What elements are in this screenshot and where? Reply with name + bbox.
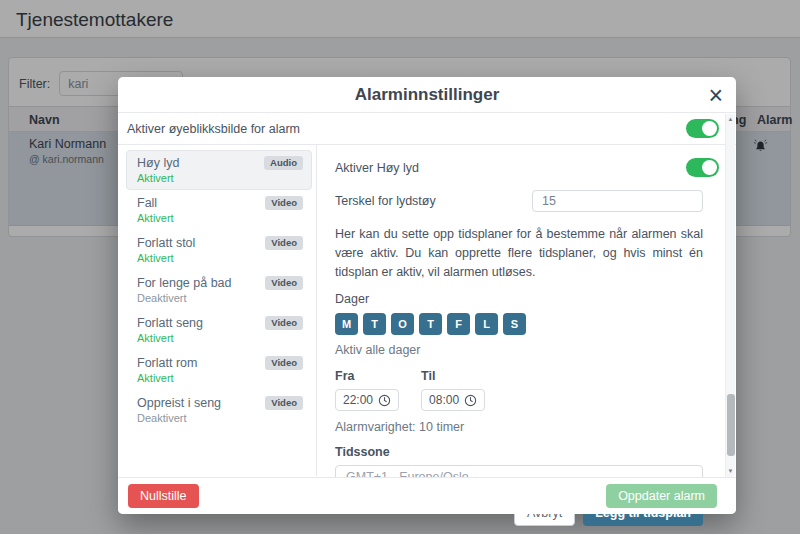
time-range-row: Fra 22:00 Til 08:00 (335, 369, 703, 411)
clock-icon (378, 394, 391, 407)
alarm-list-item-hoy-lyd[interactable]: Høy lydAudio Aktivert (126, 150, 312, 190)
from-label: Fra (335, 369, 399, 383)
day-button-tuesday[interactable]: T (363, 313, 386, 335)
modal-footer: Nullstille Oppdater alarm (118, 477, 736, 514)
alarm-type-badge: Video (265, 316, 303, 330)
alarm-list-item-forlatt-rom[interactable]: Forlatt romVideo Aktivert (126, 350, 312, 390)
alarm-detail-pane: Aktiver Høy lyd Terskel for lydstøy Her … (317, 145, 736, 476)
alarm-status: Aktivert (137, 252, 303, 264)
alarm-type-badge: Video (265, 276, 303, 290)
scrollbar-thumb[interactable] (727, 394, 735, 456)
alarm-list-item-for-lenge-pa-bad[interactable]: For lenge på badVideo Deaktivert (126, 270, 312, 310)
enable-alarm-row: Aktiver Høy lyd (335, 158, 719, 177)
day-button-wednesday[interactable]: O (391, 313, 414, 335)
day-selector: M T O T F L S (335, 313, 703, 335)
reset-button[interactable]: Nullstille (128, 484, 199, 508)
to-time-value: 08:00 (429, 393, 459, 407)
alarm-type-badge: Video (265, 356, 303, 370)
alarm-list-item-forlatt-stol[interactable]: Forlatt stolVideo Aktivert (126, 230, 312, 270)
alarm-type-badge: Video (265, 236, 303, 250)
modal-body: Høy lydAudio Aktivert FallVideo Aktivert… (118, 145, 736, 476)
to-group: Til 08:00 (421, 369, 485, 411)
alarm-name: Fall (137, 196, 157, 210)
scroll-down-icon[interactable]: ▼ (726, 466, 735, 477)
alarm-status: Deaktivert (137, 292, 303, 304)
schedule-help-text: Her kan du sette opp tidsplaner for å be… (335, 225, 703, 281)
to-label: Til (421, 369, 485, 383)
update-alarm-button[interactable]: Oppdater alarm (606, 484, 717, 508)
alarm-status: Deaktivert (137, 412, 303, 424)
alarm-list-item-fall[interactable]: FallVideo Aktivert (126, 190, 312, 230)
modal-title: Alarminnstillinger (355, 85, 500, 105)
alarm-type-badge: Audio (264, 156, 303, 170)
threshold-input[interactable] (532, 190, 703, 212)
timezone-label: Tidssone (335, 445, 703, 459)
days-label: Dager (335, 292, 703, 306)
alarm-settings-modal: Alarminnstillinger × Aktiver øyeblikksbi… (118, 77, 736, 514)
alarm-status: Aktivert (137, 212, 303, 224)
alarm-type-badge: Video (265, 396, 303, 410)
alarm-duration-text: Alarmvarighet: 10 timer (335, 420, 703, 434)
all-days-link[interactable]: Aktiv alle dager (335, 343, 703, 357)
from-time-input[interactable]: 22:00 (335, 389, 399, 411)
enable-alarm-toggle[interactable] (686, 158, 719, 177)
snapshot-toggle-label: Aktiver øyeblikksbilde for alarm (127, 122, 300, 136)
day-button-friday[interactable]: F (447, 313, 470, 335)
close-icon[interactable]: × (708, 78, 723, 112)
alarm-name: Forlatt stol (137, 236, 195, 250)
clock-icon (464, 394, 477, 407)
alarm-list-item-oppreist-i-seng[interactable]: Oppreist i sengVideo Deaktivert (126, 390, 312, 430)
enable-alarm-label: Aktiver Høy lyd (335, 161, 419, 175)
alarm-status: Aktivert (137, 332, 303, 344)
day-button-saturday[interactable]: L (475, 313, 498, 335)
day-button-sunday[interactable]: S (503, 313, 526, 335)
modal-header: Alarminnstillinger × (118, 77, 736, 113)
alarm-name: Forlatt rom (137, 356, 197, 370)
threshold-row: Terskel for lydstøy (335, 190, 703, 212)
day-button-monday[interactable]: M (335, 313, 358, 335)
alarm-name: For lenge på bad (137, 276, 232, 290)
alarm-name: Oppreist i seng (137, 396, 221, 410)
modal-scrollbar[interactable]: ▲ ▼ (725, 114, 735, 477)
day-button-thursday[interactable]: T (419, 313, 442, 335)
snapshot-toggle-row: Aktiver øyeblikksbilde for alarm (118, 113, 736, 145)
screen: Tjenestemottakere Filter: Navn ng Alarm … (0, 0, 800, 534)
to-time-input[interactable]: 08:00 (421, 389, 485, 411)
from-time-value: 22:00 (343, 393, 373, 407)
threshold-label: Terskel for lydstøy (335, 194, 436, 208)
alarm-type-badge: Video (265, 196, 303, 210)
scroll-up-icon[interactable]: ▲ (726, 114, 735, 125)
alarm-status: Aktivert (137, 172, 303, 184)
alarm-list: Høy lydAudio Aktivert FallVideo Aktivert… (118, 145, 317, 476)
alarm-list-item-forlatt-seng[interactable]: Forlatt sengVideo Aktivert (126, 310, 312, 350)
snapshot-toggle[interactable] (686, 119, 719, 138)
from-group: Fra 22:00 (335, 369, 399, 411)
alarm-name: Forlatt seng (137, 316, 203, 330)
alarm-status: Aktivert (137, 372, 303, 384)
alarm-name: Høy lyd (137, 156, 179, 170)
